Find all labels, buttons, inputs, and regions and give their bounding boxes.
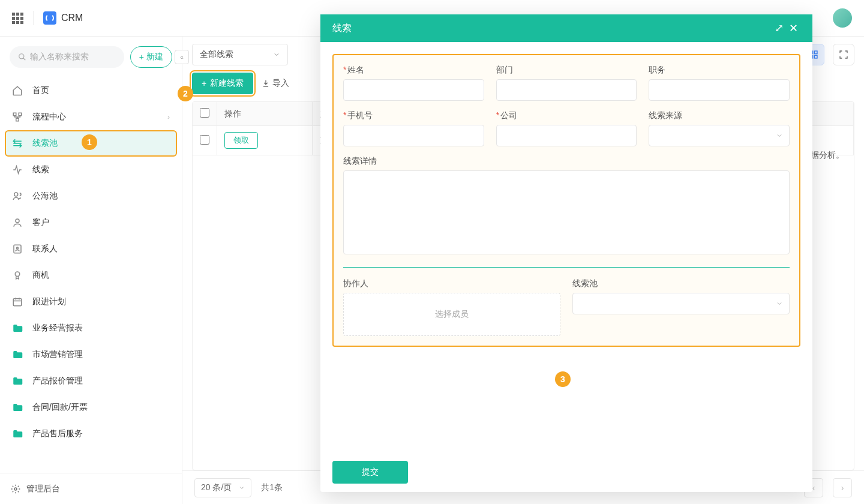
- select-source[interactable]: [649, 125, 790, 146]
- folder-icon: [12, 323, 24, 334]
- folder-icon: [12, 349, 24, 360]
- next-page-button[interactable]: ›: [833, 478, 852, 497]
- search-placeholder: 输入名称来搜索: [30, 52, 89, 62]
- svg-rect-3: [16, 118, 19, 121]
- brand[interactable]: CRM: [43, 11, 83, 25]
- sidebar-item-5[interactable]: 客户: [5, 209, 177, 236]
- sidebar-item-label: 市场营销管理: [32, 349, 83, 360]
- sidebar-item-0[interactable]: 首页: [5, 77, 177, 104]
- label-source: 线索来源: [649, 110, 790, 121]
- page-size-label: 20 条/页: [201, 482, 232, 493]
- import-button[interactable]: 导入: [262, 78, 289, 89]
- search-icon: [18, 53, 26, 61]
- label-name: 姓名: [343, 65, 484, 76]
- sidebar-item-label: 客户: [32, 217, 49, 228]
- input-name[interactable]: [343, 79, 484, 101]
- svg-point-0: [19, 54, 24, 59]
- sidebar-item-13[interactable]: 产品售后服务: [5, 421, 177, 447]
- sidebar-item-7[interactable]: 商机: [5, 262, 177, 289]
- lead-icon: [12, 164, 24, 175]
- new-lead-button[interactable]: + 新建线索: [192, 73, 253, 94]
- label-phone: 手机号: [343, 110, 484, 121]
- admin-backstage-link[interactable]: 管理后台: [0, 473, 182, 504]
- chevron-down-icon: [239, 485, 245, 491]
- gear-icon: [11, 484, 20, 494]
- sidebar-item-label: 公海池: [32, 191, 58, 202]
- label-collab: 协作人: [343, 278, 560, 289]
- label-dept: 部门: [496, 65, 637, 76]
- admin-backstage-label: 管理后台: [26, 484, 60, 494]
- close-icon[interactable]: ✕: [786, 22, 800, 35]
- sidebar-item-3[interactable]: 线索: [5, 157, 177, 183]
- search-input[interactable]: 输入名称来搜索: [10, 46, 124, 68]
- pool-icon: [12, 138, 24, 149]
- import-label: 导入: [272, 78, 289, 89]
- sidebar-item-4[interactable]: 公海池: [5, 183, 177, 209]
- sidebar-item-1[interactable]: 流程中心›: [5, 104, 177, 130]
- annotation-2: 2: [178, 86, 193, 101]
- sidebar-item-label: 商机: [32, 270, 49, 281]
- annotation-3: 3: [555, 371, 571, 387]
- sidebar-item-label: 首页: [32, 85, 49, 96]
- svg-rect-14: [814, 55, 817, 58]
- sidebar-item-6[interactable]: 联系人: [5, 236, 177, 262]
- input-title[interactable]: [649, 79, 790, 101]
- expand-icon[interactable]: ⤢: [772, 22, 786, 35]
- avatar[interactable]: [833, 8, 852, 28]
- trailing-text: 据分析。: [811, 150, 844, 161]
- filter-dropdown[interactable]: 全部线索: [192, 44, 288, 65]
- sidebar-item-label: 联系人: [32, 244, 58, 254]
- claim-button[interactable]: 领取: [224, 132, 258, 149]
- plus-icon: +: [139, 52, 144, 62]
- brand-text: CRM: [61, 13, 83, 23]
- sidebar-item-label: 产品报价管理: [32, 376, 83, 386]
- member-placeholder: 选择成员: [435, 309, 469, 320]
- select-pool[interactable]: [572, 293, 790, 314]
- modal-title: 线索: [332, 22, 352, 35]
- sidebar-item-label: 流程中心: [32, 112, 66, 122]
- row-checkbox[interactable]: [200, 135, 209, 145]
- input-company[interactable]: [496, 125, 637, 146]
- select-all-checkbox[interactable]: [200, 108, 209, 118]
- new-button[interactable]: + 新建: [130, 46, 172, 68]
- col-action: 操作: [217, 102, 313, 126]
- cust-icon: [12, 217, 24, 228]
- divider: [343, 267, 790, 268]
- page-size-dropdown[interactable]: 20 条/页: [194, 478, 251, 497]
- svg-rect-2: [19, 113, 22, 116]
- annotation-1: 1: [82, 134, 97, 150]
- svg-point-10: [14, 488, 17, 490]
- opp-icon: [12, 270, 24, 281]
- sidebar-item-9[interactable]: 业务经营报表: [5, 315, 177, 341]
- sidebar-item-10[interactable]: 市场营销管理: [5, 341, 177, 368]
- collapse-sidebar-button[interactable]: «: [175, 50, 189, 64]
- sidebar-item-label: 合同/回款/开票: [32, 402, 88, 413]
- input-phone[interactable]: [343, 125, 484, 146]
- fullscreen-button[interactable]: [833, 44, 854, 65]
- lead-modal: 线索 ⤢ ✕ 姓名 部门 职务 手机号 公司 线索来源 线索详情 协作人选择成员…: [320, 14, 812, 492]
- sidebar-item-11[interactable]: 产品报价管理: [5, 368, 177, 394]
- chevron-down-icon: [273, 51, 280, 58]
- submit-button[interactable]: 提交: [332, 461, 408, 484]
- sidebar-item-label: 线索: [32, 164, 49, 175]
- label-company: 公司: [496, 110, 637, 121]
- filter-value: 全部线索: [200, 49, 233, 60]
- apps-grid-icon[interactable]: [12, 13, 23, 24]
- sidebar-item-label: 业务经营报表: [32, 323, 83, 334]
- fullscreen-icon: [839, 50, 848, 59]
- new-button-label: 新建: [146, 52, 163, 62]
- folder-icon: [12, 428, 24, 439]
- sidebar-item-8[interactable]: 跟进计划: [5, 289, 177, 315]
- sidebar-item-12[interactable]: 合同/回款/开票: [5, 394, 177, 421]
- select-member-button[interactable]: 选择成员: [343, 293, 560, 336]
- svg-point-7: [17, 247, 19, 249]
- plan-icon: [12, 296, 24, 307]
- contact-icon: [12, 244, 24, 254]
- divider: [33, 11, 34, 25]
- home-icon: [12, 85, 24, 96]
- sidebar-item-label: 产品售后服务: [32, 428, 83, 439]
- svg-rect-12: [814, 51, 817, 54]
- input-detail[interactable]: [343, 170, 790, 254]
- input-dept[interactable]: [496, 79, 637, 101]
- svg-rect-9: [13, 299, 22, 306]
